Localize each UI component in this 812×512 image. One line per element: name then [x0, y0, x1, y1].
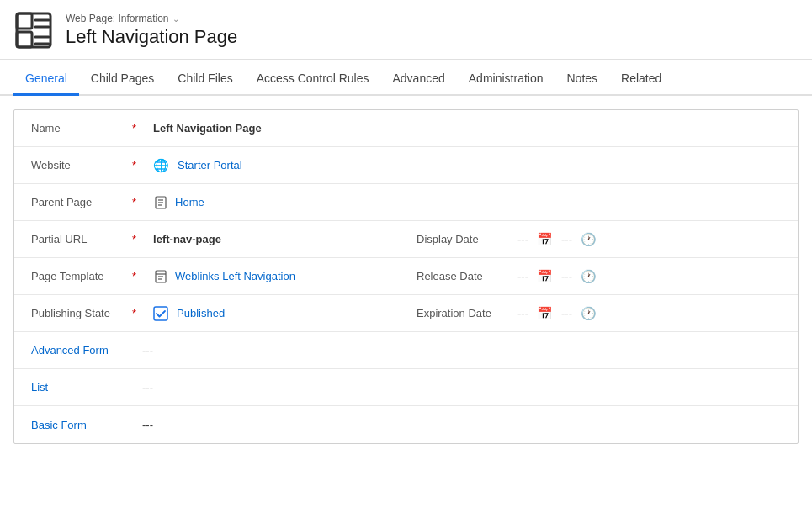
basic-form-label: Basic Form — [14, 410, 132, 440]
page-template-link[interactable]: Weblinks Left Navigation — [175, 270, 295, 282]
svg-rect-1 — [17, 13, 32, 29]
name-label: Name — [14, 113, 132, 143]
website-label: Website — [14, 150, 132, 180]
page-icon — [13, 10, 54, 50]
expiration-date-section: Expiration Date --- 📅 --- 🕐 — [406, 298, 798, 330]
name-required: * — [132, 122, 136, 135]
tab-access-control-rules[interactable]: Access Control Rules — [245, 63, 381, 96]
partial-url-required: * — [132, 233, 136, 245]
basic-form-value: --- — [132, 410, 798, 440]
partial-url-value: left-nav-page — [143, 224, 406, 254]
release-date-col: Release Date --- 📅 --- 🕐 — [406, 258, 798, 294]
website-required: * — [132, 159, 136, 172]
expiration-calendar-icon[interactable]: 📅 — [537, 306, 553, 321]
page-doc-icon — [153, 195, 168, 210]
publishing-state-col: Publishing State * Published — [14, 295, 406, 331]
advanced-form-value: --- — [132, 335, 798, 365]
form-container: Name * Left Navigation Page Website * 🌐 … — [13, 109, 799, 444]
parent-page-row: Parent Page * Home — [14, 184, 798, 221]
partial-url-display-date-row: Partial URL * left-nav-page Display Date… — [14, 221, 798, 258]
tab-advanced[interactable]: Advanced — [381, 63, 457, 96]
advanced-form-link[interactable]: Advanced Form — [31, 344, 109, 356]
display-date-col: Display Date --- 📅 --- 🕐 — [406, 221, 798, 257]
list-row: List --- — [14, 369, 798, 406]
parent-page-label: Parent Page — [14, 187, 132, 217]
published-icon — [153, 306, 168, 321]
chevron-down-icon: ⌄ — [172, 14, 179, 24]
expiration-date-value2: --- — [561, 307, 572, 319]
partial-url-col: Partial URL * left-nav-page — [14, 221, 406, 257]
release-date-section: Release Date --- 📅 --- 🕐 — [406, 261, 798, 293]
list-value: --- — [132, 372, 798, 402]
publishing-state-label: Publishing State — [14, 298, 132, 328]
breadcrumb-text: Web Page: Information — [66, 13, 169, 24]
parent-page-link[interactable]: Home — [175, 196, 204, 208]
template-icon — [153, 269, 168, 284]
calendar-icon[interactable]: 📅 — [537, 232, 553, 247]
list-label: List — [14, 372, 132, 402]
display-date-section: Display Date --- 📅 --- 🕐 — [406, 224, 798, 256]
globe-icon: 🌐 — [153, 158, 169, 173]
publishing-state-value: Published — [143, 298, 406, 330]
svg-rect-0 — [17, 13, 50, 47]
tab-related[interactable]: Related — [609, 63, 673, 96]
publishing-state-expiration-date-row: Publishing State * Published Expiration … — [14, 295, 798, 332]
page-header: Web Page: Information ⌄ Left Navigation … — [0, 0, 812, 60]
svg-rect-2 — [17, 32, 32, 47]
name-value: Left Navigation Page — [143, 113, 798, 143]
page-template-label: Page Template — [14, 261, 132, 291]
expiration-clock-icon[interactable]: 🕐 — [581, 306, 597, 321]
page-template-required: * — [132, 270, 136, 282]
website-row: Website * 🌐 Starter Portal — [14, 147, 798, 184]
display-date-value1: --- — [517, 233, 528, 245]
page-template-col: Page Template * Weblinks Left Navigation — [14, 258, 406, 294]
website-value: 🌐 Starter Portal — [143, 150, 798, 182]
website-link[interactable]: Starter Portal — [178, 159, 242, 172]
parent-page-value: Home — [143, 187, 798, 219]
tab-notes[interactable]: Notes — [555, 63, 609, 96]
expiration-date-label: Expiration Date — [417, 307, 509, 319]
clock-icon[interactable]: 🕐 — [581, 232, 597, 247]
tab-bar: General Child Pages Child Files Access C… — [0, 63, 812, 96]
list-link[interactable]: List — [31, 381, 48, 393]
breadcrumb: Web Page: Information ⌄ — [66, 13, 237, 24]
tab-child-files[interactable]: Child Files — [166, 63, 244, 96]
advanced-form-label: Advanced Form — [14, 335, 132, 365]
release-calendar-icon[interactable]: 📅 — [537, 269, 553, 284]
header-text: Web Page: Information ⌄ Left Navigation … — [66, 13, 237, 48]
tab-administration[interactable]: Administration — [457, 63, 555, 96]
release-date-label: Release Date — [417, 270, 509, 282]
page-template-release-date-row: Page Template * Weblinks Left Navigation… — [14, 258, 798, 295]
tab-general[interactable]: General — [13, 63, 79, 96]
publishing-state-required: * — [132, 307, 136, 319]
name-row: Name * Left Navigation Page — [14, 110, 798, 147]
page-template-value: Weblinks Left Navigation — [143, 261, 406, 293]
parent-page-required: * — [132, 196, 136, 208]
basic-form-row: Basic Form --- — [14, 406, 798, 443]
expiration-date-col: Expiration Date --- 📅 --- 🕐 — [406, 295, 798, 331]
display-date-value2: --- — [561, 233, 572, 245]
partial-url-label: Partial URL — [14, 224, 132, 254]
release-clock-icon[interactable]: 🕐 — [581, 269, 597, 284]
release-date-value2: --- — [561, 270, 572, 282]
publishing-state-link[interactable]: Published — [177, 307, 225, 319]
expiration-date-value1: --- — [517, 307, 528, 319]
display-date-label: Display Date — [417, 233, 509, 245]
page-title: Left Navigation Page — [66, 26, 237, 48]
advanced-form-row: Advanced Form --- — [14, 332, 798, 369]
tab-child-pages[interactable]: Child Pages — [79, 63, 167, 96]
main-content: Name * Left Navigation Page Website * 🌐 … — [0, 109, 812, 457]
basic-form-link[interactable]: Basic Form — [31, 419, 87, 431]
release-date-value1: --- — [517, 270, 528, 282]
